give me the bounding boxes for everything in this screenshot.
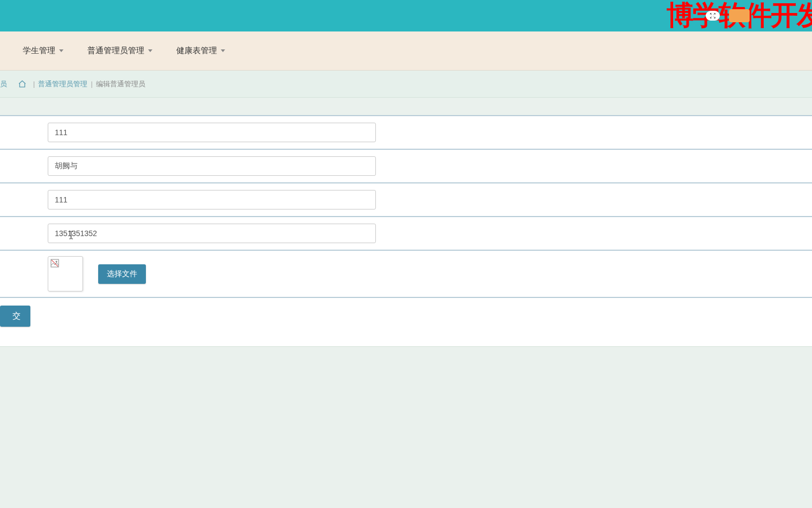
chevron-down-icon bbox=[148, 49, 152, 52]
breadcrumb-sep: | bbox=[33, 80, 35, 88]
expand-icon[interactable] bbox=[706, 11, 720, 21]
broken-image-icon bbox=[50, 259, 59, 268]
breadcrumb-truncated[interactable]: 员 bbox=[0, 79, 7, 89]
submit-button[interactable]: 交 bbox=[0, 306, 30, 327]
chevron-down-icon bbox=[59, 49, 63, 52]
svg-point-1 bbox=[56, 261, 57, 263]
submit-row: 交 bbox=[0, 298, 812, 347]
breadcrumb-sep: | bbox=[91, 80, 92, 88]
form-row-1 bbox=[0, 115, 812, 150]
field-4-input[interactable] bbox=[48, 224, 376, 243]
nav-label: 学生管理 bbox=[23, 46, 55, 56]
nav-item-health[interactable]: 健康表管理 bbox=[164, 31, 237, 70]
nav-bar: 学生管理 普通管理员管理 健康表管理 bbox=[0, 31, 812, 71]
form-row-image: 选择文件 bbox=[0, 250, 812, 298]
field-3-input[interactable] bbox=[48, 190, 376, 209]
field-1-input[interactable] bbox=[48, 123, 376, 142]
image-preview[interactable] bbox=[48, 256, 83, 291]
choose-file-button[interactable]: 选择文件 bbox=[98, 264, 146, 284]
content-area: 选择文件 交 bbox=[0, 98, 812, 347]
breadcrumb-current: 编辑普通管理员 bbox=[96, 79, 145, 89]
home-icon[interactable] bbox=[18, 80, 27, 88]
user-badge[interactable] bbox=[729, 9, 750, 22]
field-2-input[interactable] bbox=[48, 156, 376, 176]
form-row-2 bbox=[0, 149, 812, 183]
nav-label: 普通管理员管理 bbox=[87, 46, 144, 56]
form-row-4 bbox=[0, 216, 812, 251]
form-row-3 bbox=[0, 182, 812, 217]
top-banner: 博学软件开发 bbox=[0, 0, 812, 31]
nav-item-admins[interactable]: 普通管理员管理 bbox=[75, 31, 164, 70]
nav-label: 健康表管理 bbox=[176, 46, 217, 56]
chevron-down-icon bbox=[221, 49, 225, 52]
breadcrumb-admin-mgmt[interactable]: 普通管理员管理 bbox=[38, 79, 87, 89]
nav-item-students[interactable]: 学生管理 bbox=[11, 31, 75, 70]
breadcrumb: 员 | 普通管理员管理 | 编辑普通管理员 bbox=[0, 71, 812, 98]
